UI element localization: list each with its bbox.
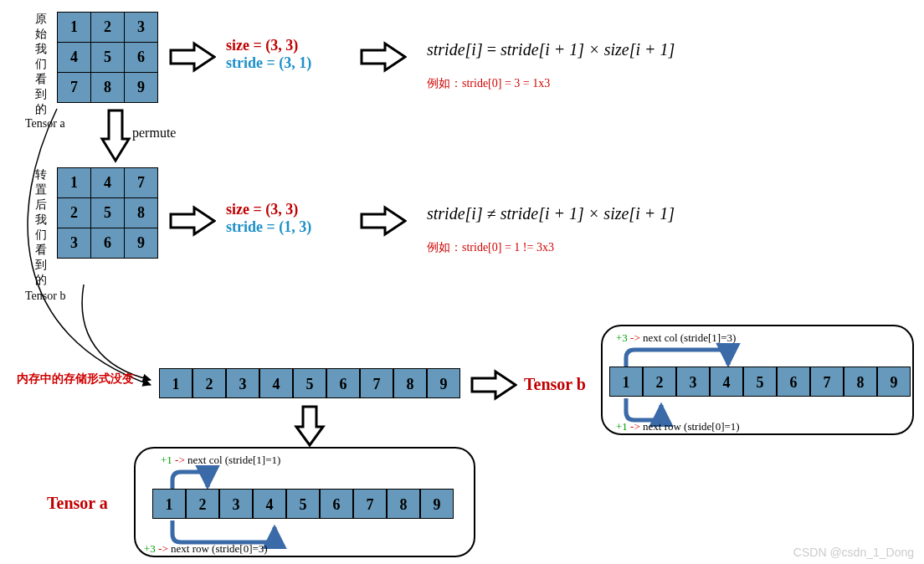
memory-row: 123456789 <box>159 368 460 398</box>
matrix-b: 147 258 369 <box>57 167 158 262</box>
formula-a: stride[i] = stride[i + 1] × size[i + 1] <box>427 40 675 59</box>
example-a: 例如：stride[0] = 3 = 1x3 <box>427 76 675 91</box>
tensor-b-label: Tensor b <box>524 375 586 394</box>
example-b: 例如：stride[0] = 1 != 3x3 <box>427 240 675 255</box>
big-arrow-mem-a-icon <box>293 405 326 450</box>
vlabel-transposed: 转置后我们看到的 <box>35 167 50 288</box>
big-arrow-b1-icon <box>169 204 216 241</box>
permute-label: permute <box>132 126 176 141</box>
permute-arrow-icon <box>97 109 134 167</box>
tensor-b-memrow: 123456789 <box>609 367 911 397</box>
big-arrow-mem-b-icon <box>470 368 517 405</box>
size-b-label: size = (3, 3) <box>226 201 311 218</box>
vlabel-original: 原始我们看到的 <box>35 12 50 117</box>
tensor-a-label: Tensor a <box>47 494 108 513</box>
tensor-b-box: +3 -> next col (stride[1]=3) 123456789 +… <box>601 325 914 435</box>
stride-b-label: stride = (1, 3) <box>226 218 311 236</box>
formula-b: stride[i] ≠ stride[i + 1] × size[i + 1] <box>427 204 675 223</box>
watermark: CSDN @csdn_1_Dong <box>793 546 914 559</box>
memory-note: 内存中的存储形式没变 <box>17 372 134 387</box>
matrix-a: 123 456 789 <box>57 12 158 106</box>
size-a-label: size = (3, 3) <box>226 37 311 54</box>
big-arrow-a1-icon <box>169 40 216 77</box>
stride-a-label: stride = (3, 1) <box>226 54 311 72</box>
big-arrow-b2-icon <box>360 204 407 241</box>
caption-tensor-a: Tensor a <box>25 117 65 131</box>
tensor-a-box: +1 -> next col (stride[1]=1) 123456789 +… <box>134 447 475 557</box>
big-arrow-a2-icon <box>360 40 407 77</box>
caption-tensor-b: Tensor b <box>25 290 65 303</box>
tensor-a-memrow: 123456789 <box>152 489 454 519</box>
